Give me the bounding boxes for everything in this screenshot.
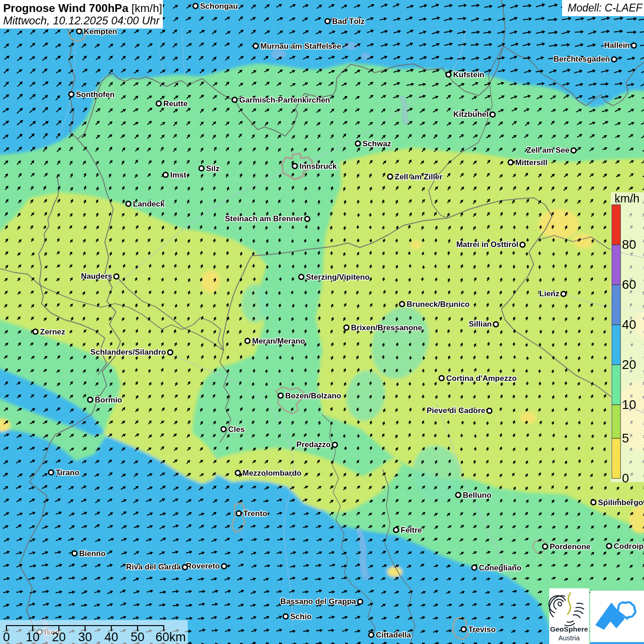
svg-text:Zernez: Zernez xyxy=(40,328,65,336)
svg-text:Spilimbergo: Spilimbergo xyxy=(598,498,643,507)
svg-text:Schlanders/Silandro: Schlanders/Silandro xyxy=(91,348,166,356)
svg-text:km/h: km/h xyxy=(615,192,639,205)
svg-text:Schio: Schio xyxy=(290,612,311,621)
svg-text:Bienno: Bienno xyxy=(79,549,106,558)
svg-text:Bormio: Bormio xyxy=(95,396,122,404)
svg-text:Garmisch-Partenkirchen: Garmisch-Partenkirchen xyxy=(239,96,330,104)
svg-text:Matrei in Osttirol: Matrei in Osttirol xyxy=(456,240,518,249)
svg-text:Meran/Merano: Meran/Merano xyxy=(252,337,305,345)
svg-text:Sonthofen: Sonthofen xyxy=(76,90,115,99)
svg-text:Cles: Cles xyxy=(228,425,245,434)
svg-text:Kitzbühel: Kitzbühel xyxy=(454,110,489,119)
svg-text:Schwaz: Schwaz xyxy=(362,139,391,148)
svg-text:60km: 60km xyxy=(155,630,186,644)
svg-text:Pieve di Cadore: Pieve di Cadore xyxy=(426,406,485,415)
svg-text:Pordenone: Pordenone xyxy=(550,542,591,551)
svg-text:Hallein: Hallein xyxy=(604,41,630,50)
svg-text:Codroipo: Codroipo xyxy=(614,542,644,551)
svg-text:Bozen/Bolzano: Bozen/Bolzano xyxy=(285,391,341,400)
svg-text:Cortina d'Ampezzo: Cortina d'Ampezzo xyxy=(446,374,517,383)
svg-text:Berchtesgaden: Berchtesgaden xyxy=(553,55,610,63)
svg-text:Cittadella: Cittadella xyxy=(376,631,411,639)
svg-text:Treviso: Treviso xyxy=(468,625,496,634)
svg-text:Lienz: Lienz xyxy=(540,289,559,298)
svg-text:20: 20 xyxy=(52,630,66,644)
svg-text:Prognose Wind 700hPa [km/h]: Prognose Wind 700hPa [km/h] xyxy=(3,2,162,14)
svg-text:Imst: Imst xyxy=(170,171,186,179)
svg-text:Bruneck/Brunico: Bruneck/Brunico xyxy=(407,300,470,309)
svg-text:Schongau: Schongau xyxy=(200,2,238,11)
svg-text:Landeck: Landeck xyxy=(133,200,165,208)
svg-text:Belluno: Belluno xyxy=(463,491,491,500)
svg-text:20: 20 xyxy=(622,357,636,372)
svg-text:Sterzing/Vipiteno: Sterzing/Vipiteno xyxy=(306,273,370,282)
svg-text:GeoSphere: GeoSphere xyxy=(550,625,588,633)
svg-text:Conegliano: Conegliano xyxy=(479,564,522,572)
svg-text:Zell am Ziller: Zell am Ziller xyxy=(395,172,443,181)
svg-text:Silz: Silz xyxy=(206,164,219,173)
svg-text:40: 40 xyxy=(622,317,636,332)
svg-text:Mittwoch, 10.12.2025 04:00 Uhr: Mittwoch, 10.12.2025 04:00 Uhr xyxy=(3,14,160,27)
svg-text:Bassano del Grappa: Bassano del Grappa xyxy=(281,597,356,606)
svg-text:Brixen/Bressanone: Brixen/Bressanone xyxy=(351,323,422,332)
svg-text:Trento: Trento xyxy=(243,509,267,518)
svg-text:50: 50 xyxy=(131,630,144,644)
svg-text:60: 60 xyxy=(622,277,636,292)
svg-text:Austria: Austria xyxy=(558,634,580,642)
svg-text:10: 10 xyxy=(622,397,636,412)
svg-text:Steinach am Brenner: Steinach am Brenner xyxy=(225,214,303,223)
svg-text:Reutte: Reutte xyxy=(163,99,188,108)
svg-text:Modell: C-LAEF: Modell: C-LAEF xyxy=(568,2,643,14)
svg-text:Rovereto: Rovereto xyxy=(186,562,220,570)
svg-text:10: 10 xyxy=(26,630,40,644)
svg-text:Mittersill: Mittersill xyxy=(515,158,547,167)
svg-text:Predazzo: Predazzo xyxy=(296,440,331,449)
svg-text:Sillian: Sillian xyxy=(469,320,492,328)
svg-text:Mezzolombardo: Mezzolombardo xyxy=(242,469,301,477)
svg-text:Nauders: Nauders xyxy=(81,272,112,281)
svg-text:Kufstein: Kufstein xyxy=(453,70,484,79)
svg-text:Riva del Garda: Riva del Garda xyxy=(126,563,181,571)
svg-text:Innsbruck: Innsbruck xyxy=(299,162,337,171)
svg-text:Bad Tölz: Bad Tölz xyxy=(332,17,365,26)
svg-text:Tirano: Tirano xyxy=(56,468,80,477)
svg-text:0: 0 xyxy=(3,630,10,644)
svg-text:80: 80 xyxy=(622,237,636,252)
svg-text:5: 5 xyxy=(622,431,629,445)
svg-text:Feltre: Feltre xyxy=(401,526,422,535)
svg-text:40: 40 xyxy=(104,630,118,644)
svg-text:Murnau am Staffelsee: Murnau am Staffelsee xyxy=(260,42,341,51)
svg-text:30: 30 xyxy=(78,630,92,644)
svg-text:0: 0 xyxy=(622,471,629,485)
svg-text:Zell am See: Zell am See xyxy=(526,146,569,155)
